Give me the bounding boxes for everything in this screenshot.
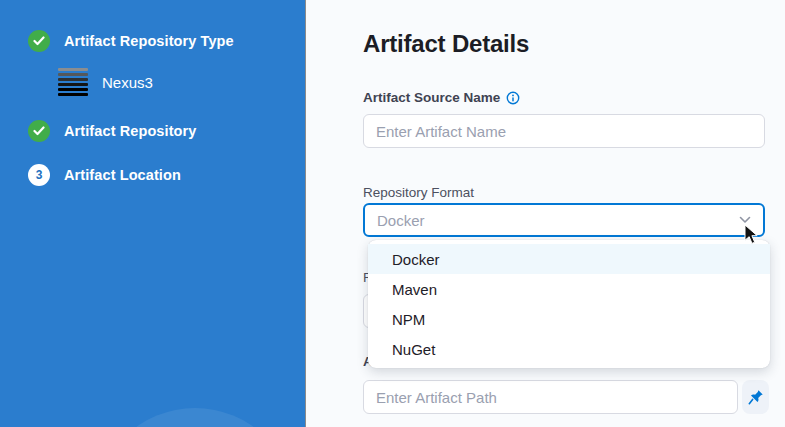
info-circle-icon[interactable] xyxy=(506,91,520,105)
app-window: Artifact Repository Type Nexus3 Artifact… xyxy=(0,0,785,427)
label-text: Artifact Source Name xyxy=(363,90,500,105)
step-label: Artifact Repository xyxy=(64,123,196,139)
artifact-path-input[interactable] xyxy=(363,380,738,414)
check-icon xyxy=(28,30,50,52)
nexus3-logo-icon xyxy=(58,68,88,96)
chevron-down-icon xyxy=(739,216,751,224)
step-label: Artifact Repository Type xyxy=(64,33,234,49)
select-value: Docker xyxy=(377,212,739,229)
wizard-sidebar: Artifact Repository Type Nexus3 Artifact… xyxy=(0,0,306,427)
pin-runtime-input-button[interactable] xyxy=(742,380,769,414)
dropdown-option-npm[interactable]: NPM xyxy=(368,304,770,334)
artifact-source-name-label: Artifact Source Name xyxy=(363,90,520,105)
step-label: Artifact Location xyxy=(64,167,181,183)
repository-format-select[interactable]: Docker xyxy=(363,203,765,237)
sidebar-step-artifact-repository-type[interactable]: Artifact Repository Type xyxy=(28,30,234,52)
repository-format-dropdown: Docker Maven NPM NuGet xyxy=(368,240,770,368)
dropdown-option-maven[interactable]: Maven xyxy=(368,274,770,304)
decorative-circle xyxy=(95,408,295,427)
dropdown-option-docker[interactable]: Docker xyxy=(368,244,770,274)
label-text: Repository Format xyxy=(363,185,474,200)
step-number-badge: 3 xyxy=(28,164,50,186)
repository-format-label: Repository Format xyxy=(363,185,474,200)
page-title: Artifact Details xyxy=(363,30,529,58)
pushpin-icon xyxy=(748,389,764,405)
sidebar-step-artifact-location[interactable]: 3 Artifact Location xyxy=(28,164,181,186)
repo-type-label: Nexus3 xyxy=(102,74,153,91)
sidebar-selected-repo-type[interactable]: Nexus3 xyxy=(58,68,153,96)
dropdown-option-nuget[interactable]: NuGet xyxy=(368,334,770,364)
check-icon xyxy=(28,120,50,142)
sidebar-step-artifact-repository[interactable]: Artifact Repository xyxy=(28,120,196,142)
artifact-source-name-input[interactable] xyxy=(363,114,765,148)
